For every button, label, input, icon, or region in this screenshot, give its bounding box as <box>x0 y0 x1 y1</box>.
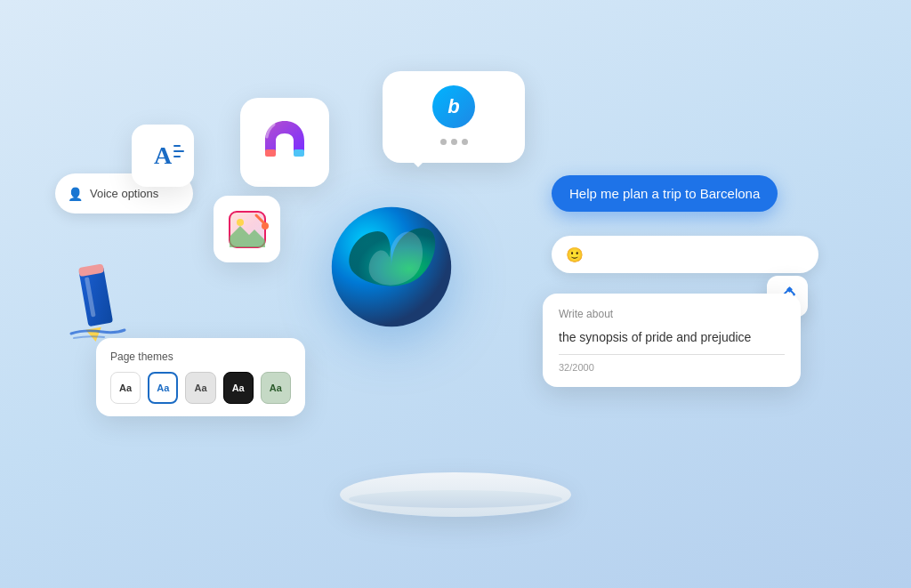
magnet-icon <box>256 114 314 172</box>
font-a-letter: A <box>154 141 172 169</box>
write-about-card: Write about the synopsis of pride and pr… <box>543 294 801 387</box>
bing-icon-circle: b <box>432 85 475 128</box>
font-a-card[interactable]: A <box>132 125 194 187</box>
edge-logo <box>329 205 454 329</box>
theme-swatch-3[interactable]: Aa <box>185 372 215 404</box>
bing-chat-bubble: b <box>383 71 525 163</box>
paint-icon <box>226 208 269 251</box>
page-themes-card: Page themes Aa Aa Aa Aa Aa <box>96 338 305 416</box>
paint-app-card[interactable] <box>214 196 280 262</box>
svg-point-7 <box>262 222 269 230</box>
barcelona-message-text: Help me plan a trip to Barcelona <box>569 186 760 201</box>
write-about-label: Write about <box>559 308 785 320</box>
theme-swatch-2[interactable]: Aa <box>148 372 178 404</box>
themes-swatches-container: Aa Aa Aa Aa Aa <box>110 372 291 404</box>
theme-swatch-1[interactable]: Aa <box>110 372 141 404</box>
theme-swatch-5[interactable]: Aa <box>261 372 291 404</box>
chat-dot-1 <box>440 139 447 145</box>
compose-face-icon: 🙂 <box>566 246 584 263</box>
chat-dot-2 <box>451 139 457 145</box>
magnet-app-card[interactable] <box>240 98 329 187</box>
theme-swatch-4[interactable]: Aa <box>223 372 254 404</box>
bing-b-letter: b <box>447 95 459 118</box>
write-input-text[interactable]: the synopsis of pride and prejudice <box>559 329 785 355</box>
svg-rect-2 <box>294 149 304 157</box>
podium <box>340 472 571 517</box>
microphone-icon: 👤 <box>68 187 83 201</box>
pencil-draw-icon <box>67 262 133 347</box>
themes-title: Page themes <box>110 350 291 363</box>
chat-dot-3 <box>462 139 468 145</box>
compose-search-bar[interactable]: 🙂 <box>552 236 818 273</box>
barcelona-message-bubble: Help me plan a trip to Barcelona <box>552 175 778 212</box>
font-a-container: A <box>154 141 172 170</box>
svg-point-5 <box>237 219 244 226</box>
voice-options-label: Voice options <box>90 187 158 200</box>
sound-waves <box>173 145 184 157</box>
write-character-counter: 32/2000 <box>559 362 785 373</box>
svg-rect-1 <box>265 149 276 157</box>
chat-typing-dots <box>400 139 507 145</box>
